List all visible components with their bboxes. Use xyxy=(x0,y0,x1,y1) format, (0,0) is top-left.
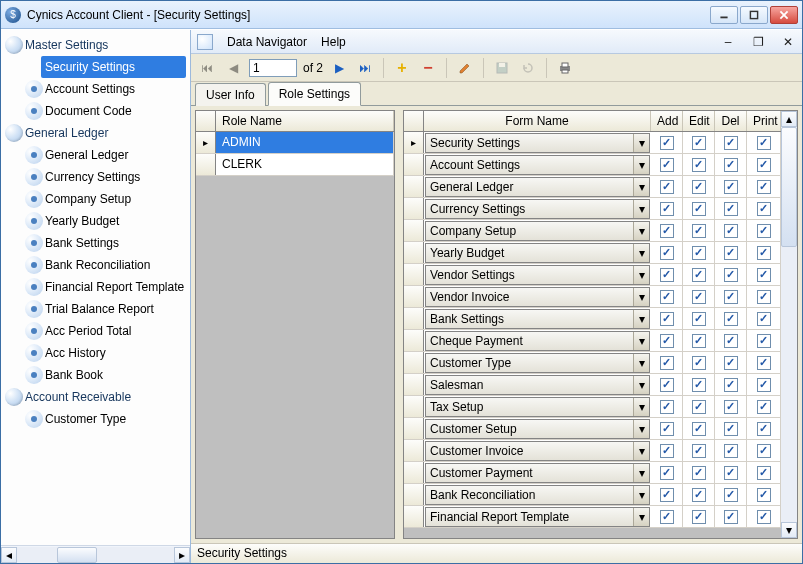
child-minimize-button[interactable]: – xyxy=(720,34,736,50)
perm-edit-checkbox[interactable] xyxy=(692,378,706,392)
nav-last-button[interactable]: ⏭ xyxy=(355,58,375,78)
form-row[interactable]: Yearly Budget▾ xyxy=(404,242,781,264)
form-row[interactable]: Bank Reconciliation▾ xyxy=(404,484,781,506)
perm-print-checkbox[interactable] xyxy=(757,202,771,216)
perm-add-checkbox[interactable] xyxy=(660,356,674,370)
perm-del-checkbox[interactable] xyxy=(724,422,738,436)
form-name-combo[interactable]: Customer Invoice▾ xyxy=(425,441,650,461)
sidebar-item[interactable]: Acc History xyxy=(1,342,190,364)
form-name-combo[interactable]: Vendor Settings▾ xyxy=(425,265,650,285)
sidebar-item[interactable]: Document Code xyxy=(1,100,190,122)
perm-print-checkbox[interactable] xyxy=(757,180,771,194)
sidebar-item[interactable]: Acc Period Total xyxy=(1,320,190,342)
perm-print-checkbox[interactable] xyxy=(757,444,771,458)
child-restore-button[interactable]: ❐ xyxy=(750,34,766,50)
perm-add-checkbox[interactable] xyxy=(660,268,674,282)
perm-edit-checkbox[interactable] xyxy=(692,510,706,524)
perm-add-checkbox[interactable] xyxy=(660,488,674,502)
perm-add-checkbox[interactable] xyxy=(660,158,674,172)
nav-first-button[interactable]: ⏮ xyxy=(197,58,217,78)
scroll-right-button[interactable]: ▸ xyxy=(174,547,190,563)
form-name-combo[interactable]: Customer Type▾ xyxy=(425,353,650,373)
dropdown-arrow-icon[interactable]: ▾ xyxy=(633,486,649,504)
perm-add-checkbox[interactable] xyxy=(660,444,674,458)
dropdown-arrow-icon[interactable]: ▾ xyxy=(633,442,649,460)
perm-print-checkbox[interactable] xyxy=(757,466,771,480)
perm-add-checkbox[interactable] xyxy=(660,510,674,524)
form-name-combo[interactable]: Yearly Budget▾ xyxy=(425,243,650,263)
scroll-thumb-v[interactable] xyxy=(781,127,797,247)
perm-print-checkbox[interactable] xyxy=(757,158,771,172)
dropdown-arrow-icon[interactable]: ▾ xyxy=(633,266,649,284)
dropdown-arrow-icon[interactable]: ▾ xyxy=(633,398,649,416)
dropdown-arrow-icon[interactable]: ▾ xyxy=(633,222,649,240)
save-button[interactable] xyxy=(492,58,512,78)
form-name-combo[interactable]: Bank Settings▾ xyxy=(425,309,650,329)
perm-del-checkbox[interactable] xyxy=(724,202,738,216)
row-selector[interactable] xyxy=(404,462,424,483)
perm-edit-checkbox[interactable] xyxy=(692,224,706,238)
perm-edit-checkbox[interactable] xyxy=(692,488,706,502)
row-selector[interactable] xyxy=(404,132,424,153)
form-row[interactable]: Bank Settings▾ xyxy=(404,308,781,330)
perm-edit-checkbox[interactable] xyxy=(692,136,706,150)
form-name-combo[interactable]: Account Settings▾ xyxy=(425,155,650,175)
form-row[interactable]: Account Settings▾ xyxy=(404,154,781,176)
perm-del-checkbox[interactable] xyxy=(724,224,738,238)
form-name-combo[interactable]: Customer Setup▾ xyxy=(425,419,650,439)
form-row[interactable]: Security Settings▾ xyxy=(404,132,781,154)
perm-del-checkbox[interactable] xyxy=(724,268,738,282)
row-selector[interactable] xyxy=(404,154,424,175)
form-header-print[interactable]: Print xyxy=(747,111,781,131)
perm-add-checkbox[interactable] xyxy=(660,136,674,150)
perm-add-checkbox[interactable] xyxy=(660,224,674,238)
sidebar-item[interactable]: Security Settings xyxy=(41,56,186,78)
form-row[interactable]: Vendor Settings▾ xyxy=(404,264,781,286)
dropdown-arrow-icon[interactable]: ▾ xyxy=(633,332,649,350)
row-selector[interactable] xyxy=(404,330,424,351)
perm-add-checkbox[interactable] xyxy=(660,202,674,216)
sidebar-item[interactable]: Yearly Budget xyxy=(1,210,190,232)
perm-print-checkbox[interactable] xyxy=(757,224,771,238)
perm-edit-checkbox[interactable] xyxy=(692,202,706,216)
row-selector[interactable] xyxy=(404,220,424,241)
sidebar-item[interactable]: Company Setup xyxy=(1,188,190,210)
row-selector[interactable] xyxy=(404,198,424,219)
form-grid-v-scroll[interactable]: ▴ ▾ xyxy=(781,111,797,538)
perm-print-checkbox[interactable] xyxy=(757,290,771,304)
sidebar-item[interactable]: Currency Settings xyxy=(1,166,190,188)
form-name-combo[interactable]: Cheque Payment▾ xyxy=(425,331,650,351)
row-selector[interactable] xyxy=(404,242,424,263)
form-header-del[interactable]: Del xyxy=(715,111,747,131)
form-header-edit[interactable]: Edit xyxy=(683,111,715,131)
sidebar-item[interactable]: Trial Balance Report xyxy=(1,298,190,320)
menu-help[interactable]: Help xyxy=(321,35,346,49)
nav-tree[interactable]: Master SettingsSecurity SettingsAccount … xyxy=(1,30,190,545)
perm-del-checkbox[interactable] xyxy=(724,290,738,304)
form-name-combo[interactable]: Customer Payment▾ xyxy=(425,463,650,483)
add-record-button[interactable]: + xyxy=(392,58,412,78)
form-row[interactable]: Tax Setup▾ xyxy=(404,396,781,418)
scroll-left-button[interactable]: ◂ xyxy=(1,547,17,563)
form-header-add[interactable]: Add xyxy=(651,111,683,131)
perm-edit-checkbox[interactable] xyxy=(692,400,706,414)
minimize-button[interactable] xyxy=(710,6,738,24)
form-row[interactable]: Customer Invoice▾ xyxy=(404,440,781,462)
perm-del-checkbox[interactable] xyxy=(724,488,738,502)
sidebar-item[interactable]: Customer Type xyxy=(1,408,190,430)
sidebar-item[interactable]: Bank Reconciliation xyxy=(1,254,190,276)
form-name-combo[interactable]: Security Settings▾ xyxy=(425,133,650,153)
perm-del-checkbox[interactable] xyxy=(724,180,738,194)
perm-del-checkbox[interactable] xyxy=(724,158,738,172)
sidebar-item[interactable]: Account Settings xyxy=(1,78,190,100)
dropdown-arrow-icon[interactable]: ▾ xyxy=(633,376,649,394)
row-selector[interactable] xyxy=(404,264,424,285)
perm-print-checkbox[interactable] xyxy=(757,422,771,436)
perm-edit-checkbox[interactable] xyxy=(692,290,706,304)
perm-del-checkbox[interactable] xyxy=(724,312,738,326)
perm-print-checkbox[interactable] xyxy=(757,334,771,348)
perm-del-checkbox[interactable] xyxy=(724,510,738,524)
perm-print-checkbox[interactable] xyxy=(757,510,771,524)
perm-add-checkbox[interactable] xyxy=(660,400,674,414)
dropdown-arrow-icon[interactable]: ▾ xyxy=(633,156,649,174)
